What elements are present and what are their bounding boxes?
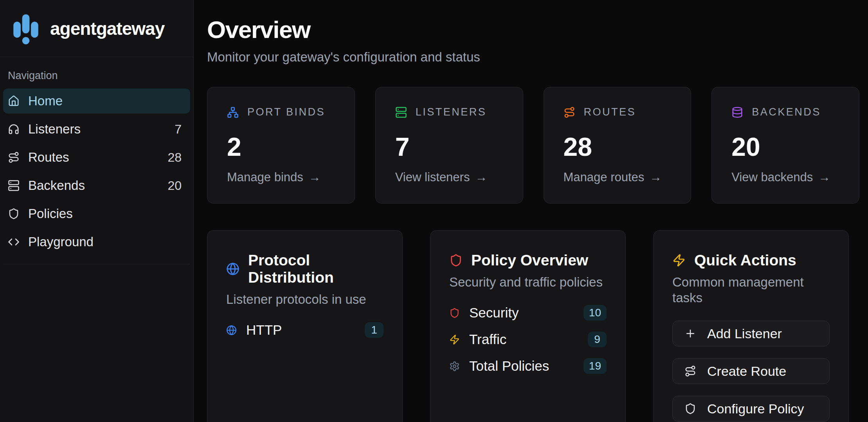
sidebar-item-routes[interactable]: Routes 28 — [3, 145, 190, 170]
arrow-right-icon: → — [309, 170, 321, 184]
sidebar-item-backends[interactable]: Backends 20 — [3, 173, 190, 198]
panels-grid: Protocol Distribution Listener protocols… — [207, 230, 849, 422]
policy-overview-panel: Policy Overview Security and traffic pol… — [430, 230, 626, 422]
zap-icon — [449, 334, 460, 345]
panel-subtitle: Common management tasks — [672, 274, 830, 306]
manage-routes-link[interactable]: Manage routes → — [564, 170, 672, 184]
count-badge: 1 — [365, 322, 384, 338]
sidebar-item-label: Backends — [28, 178, 85, 193]
sidebar-item-label: Policies — [28, 206, 73, 221]
code-icon — [8, 236, 20, 248]
zap-icon — [672, 254, 686, 267]
add-listener-button[interactable]: Add Listener — [672, 321, 830, 346]
page-title: Overview — [207, 16, 859, 43]
sidebar-item-label: Playground — [28, 234, 94, 249]
stat-card-port-binds: PORT BINDS 2 Manage binds → — [207, 87, 355, 204]
brand-logo[interactable]: agentgateway — [0, 0, 193, 57]
route-icon — [684, 365, 696, 377]
policy-row-security: Security 10 — [449, 305, 607, 321]
sidebar-item-count: 7 — [175, 122, 182, 137]
configure-policy-button[interactable]: Configure Policy — [672, 396, 830, 422]
panel-title: Quick Actions — [694, 252, 796, 269]
stat-label: LISTENERS — [416, 106, 487, 118]
protocol-row-http: HTTP 1 — [226, 322, 384, 338]
arrow-right-icon: → — [650, 170, 662, 184]
sidebar: agentgateway Navigation Home Listeners 7… — [0, 0, 194, 422]
policy-row-total: Total Policies 19 — [449, 358, 607, 374]
manage-binds-link[interactable]: Manage binds → — [227, 170, 335, 184]
sidebar-item-playground[interactable]: Playground — [3, 229, 190, 254]
shield-icon — [449, 254, 463, 267]
gear-icon — [449, 361, 460, 372]
sidebar-item-count: 28 — [167, 150, 182, 165]
stat-value: 7 — [395, 134, 503, 160]
protocol-distribution-panel: Protocol Distribution Listener protocols… — [207, 230, 403, 422]
sidebar-item-label: Listeners — [28, 122, 81, 137]
main-content: Overview Monitor your gateway's configur… — [194, 0, 868, 422]
stat-label: BACKENDS — [752, 106, 821, 118]
database-icon — [731, 106, 743, 118]
panel-subtitle: Listener protocols in use — [226, 292, 384, 307]
count-badge: 10 — [583, 305, 607, 321]
sidebar-item-policies[interactable]: Policies — [3, 201, 190, 226]
protocol-label: HTTP — [246, 322, 282, 338]
sidebar-divider — [3, 264, 190, 264]
panel-title: Protocol Distribution — [248, 252, 384, 286]
sidebar-item-home[interactable]: Home — [3, 88, 190, 114]
network-icon — [227, 106, 239, 118]
route-icon — [8, 151, 20, 163]
stat-label: PORT BINDS — [247, 106, 325, 118]
stat-label: ROUTES — [584, 106, 636, 118]
shield-icon — [8, 208, 20, 220]
count-badge: 19 — [583, 358, 607, 374]
nav-section-label: Navigation — [8, 70, 190, 81]
stat-value: 20 — [731, 134, 839, 160]
shield-icon — [449, 308, 460, 318]
panel-title: Policy Overview — [471, 252, 588, 269]
server-icon — [395, 106, 407, 118]
stats-grid: PORT BINDS 2 Manage binds → LISTENERS 7 … — [207, 87, 859, 204]
globe-icon — [226, 262, 240, 276]
sidebar-nav: Navigation Home Listeners 7 Routes 28 — [0, 70, 193, 264]
plus-icon — [684, 328, 696, 339]
globe-icon — [226, 325, 237, 335]
route-icon — [564, 106, 575, 118]
count-badge: 9 — [588, 332, 607, 347]
arrow-right-icon: → — [475, 170, 487, 184]
server-icon — [8, 180, 20, 191]
shield-icon — [684, 403, 696, 415]
brand-name: agentgateway — [50, 18, 164, 39]
sidebar-item-count: 20 — [167, 179, 182, 193]
stat-card-routes: ROUTES 28 Manage routes → — [544, 87, 692, 204]
page-subtitle: Monitor your gateway's configuration and… — [207, 50, 859, 65]
stat-card-backends: BACKENDS 20 View backends → — [711, 87, 859, 204]
policy-label: Total Policies — [469, 358, 549, 374]
home-icon — [8, 95, 20, 107]
view-backends-link[interactable]: View backends → — [731, 170, 839, 184]
stat-value: 28 — [564, 134, 672, 160]
stat-card-listeners: LISTENERS 7 View listeners → — [375, 87, 523, 204]
headphones-icon — [8, 123, 20, 135]
policy-label: Traffic — [469, 332, 506, 347]
arrow-right-icon: → — [818, 170, 830, 184]
policy-row-traffic: Traffic 9 — [449, 332, 607, 347]
panel-subtitle: Security and traffic policies — [449, 274, 607, 290]
agentgateway-logo-icon — [12, 12, 40, 45]
quick-actions-panel: Quick Actions Common management tasks Ad… — [653, 230, 849, 422]
sidebar-item-listeners[interactable]: Listeners 7 — [3, 117, 190, 142]
policy-label: Security — [469, 305, 519, 321]
sidebar-item-label: Routes — [28, 150, 69, 165]
create-route-button[interactable]: Create Route — [672, 358, 830, 384]
stat-value: 2 — [227, 134, 335, 160]
sidebar-item-label: Home — [28, 94, 63, 108]
view-listeners-link[interactable]: View listeners → — [395, 170, 503, 184]
